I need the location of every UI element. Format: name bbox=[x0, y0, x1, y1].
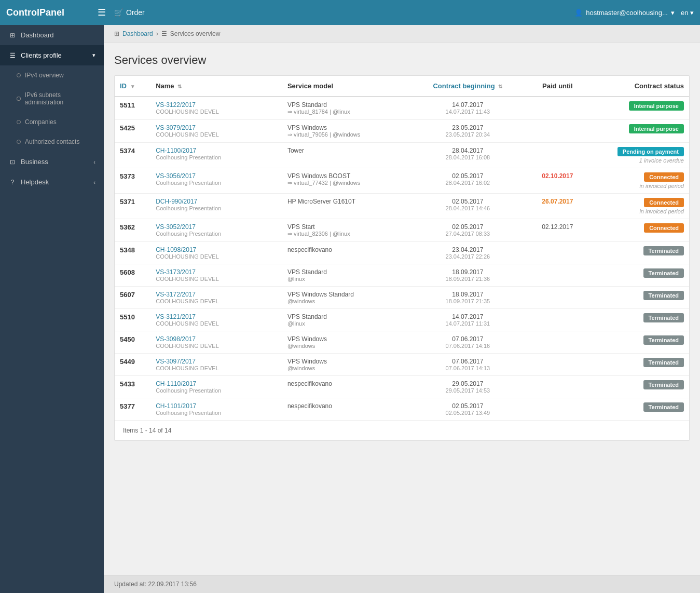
cell-name: VS-3173/2017COOLHOUSING DEVEL bbox=[150, 264, 282, 287]
table-row: 5511VS-3122/2017COOLHOUSING DEVELVPS Sta… bbox=[115, 97, 689, 120]
contract-datetime: 18.09.2017 21:35 bbox=[419, 298, 517, 304]
cell-contract-status: Terminated bbox=[594, 242, 690, 264]
table-row: 5433CH-1110/2017Coolhousing Presentation… bbox=[115, 376, 689, 398]
cell-service: VPS Windows@windows bbox=[282, 354, 414, 376]
service-name-sub: COOLHOUSING DEVEL bbox=[156, 298, 277, 304]
service-name-sub: COOLHOUSING DEVEL bbox=[156, 320, 277, 327]
breadcrumb-icon: ☰ bbox=[161, 30, 167, 37]
cell-contract-beginning: 07.06.201707.06.2017 14:16 bbox=[414, 331, 522, 354]
order-link[interactable]: 🛒 Order bbox=[114, 8, 145, 17]
cell-contract-beginning: 28.04.201728.04.2017 16:08 bbox=[414, 143, 522, 168]
contract-datetime: 27.04.2017 08:33 bbox=[419, 231, 517, 237]
sidebar-item-label: Clients profile bbox=[21, 51, 62, 59]
paid-until-value: 02.10.2017 bbox=[542, 172, 573, 180]
status-badge: Connected bbox=[644, 198, 684, 207]
col-id[interactable]: ID ▼ bbox=[115, 76, 150, 97]
sidebar-item-business[interactable]: ⊡ Business ‹ bbox=[0, 152, 104, 172]
contract-date: 07.06.2017 bbox=[419, 358, 517, 365]
service-name-link[interactable]: CH-1110/2017 bbox=[156, 380, 196, 387]
contract-date: 02.05.2017 bbox=[419, 198, 517, 205]
cell-contract-status: Internal purpose bbox=[594, 120, 690, 143]
business-icon: ⊡ bbox=[8, 158, 17, 166]
sidebar-item-helpdesk[interactable]: ? Helpdesk ‹ bbox=[0, 172, 104, 192]
cell-service: VPS Start⇒ virtual_82306 | @linux bbox=[282, 219, 414, 242]
service-name-link[interactable]: VS-3173/2017 bbox=[156, 268, 196, 276]
contract-datetime: 14.07.2017 11:43 bbox=[419, 109, 517, 115]
cell-name: CH-1110/2017Coolhousing Presentation bbox=[150, 376, 282, 398]
cell-id: 5377 bbox=[115, 398, 150, 421]
services-table-card: ID ▼ Name ⇅ Service model Contract begin… bbox=[114, 75, 690, 441]
sidebar-item-ipv6[interactable]: IPv6 subnets administration bbox=[0, 85, 104, 112]
breadcrumb-dashboard-link[interactable]: Dashboard bbox=[122, 30, 153, 37]
lang-selector[interactable]: en ▾ bbox=[681, 9, 694, 17]
status-badge: Connected bbox=[644, 172, 684, 182]
service-name-sub: Coolhousing Presentation bbox=[156, 154, 277, 160]
sidebar: ⊞ Dashboard ☰ Clients profile ▾ IPv4 ove… bbox=[0, 25, 104, 593]
table-row: 5373VS-3056/2017Coolhousing Presentation… bbox=[115, 168, 689, 194]
breadcrumb-separator: › bbox=[156, 30, 158, 37]
service-name-link[interactable]: VS-3122/2017 bbox=[156, 101, 196, 109]
status-badge: Terminated bbox=[643, 246, 684, 255]
status-badge: Terminated bbox=[643, 268, 684, 278]
sidebar-item-authorized-contacts[interactable]: Authorized contacts bbox=[0, 132, 104, 152]
service-model-name: VPS Windows bbox=[287, 335, 409, 343]
status-badge: Terminated bbox=[643, 380, 684, 389]
contract-sort-icon: ⇅ bbox=[498, 84, 502, 89]
service-model-name: nespecifikovano bbox=[287, 246, 409, 253]
sidebar-item-ipv4[interactable]: IPv4 overview bbox=[0, 65, 104, 85]
service-name-sub: COOLHOUSING DEVEL bbox=[156, 276, 277, 282]
col-contract-beginning[interactable]: Contract beginning ⇅ bbox=[414, 76, 522, 97]
service-name-sub: COOLHOUSING DEVEL bbox=[156, 365, 277, 371]
service-model-sub: @windows bbox=[287, 343, 409, 349]
user-menu[interactable]: 👤 hostmaster@coolhousing... ▾ bbox=[574, 9, 675, 17]
user-dropdown-icon: ▾ bbox=[671, 9, 675, 17]
cell-name: VS-3172/2017COOLHOUSING DEVEL bbox=[150, 287, 282, 309]
service-model-name: VPS Start bbox=[287, 223, 409, 231]
status-note: in invoiced period bbox=[599, 183, 684, 189]
cell-paid-until bbox=[521, 331, 593, 354]
table-row: 5362VS-3052/2017Coolhousing Presentation… bbox=[115, 219, 689, 242]
cell-paid-until bbox=[521, 264, 593, 287]
service-name-link[interactable]: VS-3079/2017 bbox=[156, 124, 196, 131]
cell-paid-until bbox=[521, 97, 593, 120]
service-model-sub: @windows bbox=[287, 298, 409, 304]
contract-datetime: 14.07.2017 11:31 bbox=[419, 320, 517, 327]
sidebar-item-label: IPv6 subnets administration bbox=[25, 91, 95, 106]
service-name-link[interactable]: CH-1100/2017 bbox=[156, 147, 196, 154]
sidebar-item-companies[interactable]: Companies bbox=[0, 112, 104, 132]
service-name-link[interactable]: DCH-990/2017 bbox=[156, 198, 197, 205]
table-row: 5425VS-3079/2017COOLHOUSING DEVELVPS Win… bbox=[115, 120, 689, 143]
updated-at-text: Updated at: 22.09.2017 13:56 bbox=[114, 581, 197, 588]
service-name-link[interactable]: VS-3052/2017 bbox=[156, 223, 196, 231]
table-row: 5449VS-3097/2017COOLHOUSING DEVELVPS Win… bbox=[115, 354, 689, 376]
cell-name: CH-1100/2017Coolhousing Presentation bbox=[150, 143, 282, 168]
service-name-link[interactable]: VS-3098/2017 bbox=[156, 335, 196, 343]
service-name-link[interactable]: VS-3121/2017 bbox=[156, 313, 196, 320]
table-row: 5371DCH-990/2017Coolhousing Presentation… bbox=[115, 194, 689, 219]
table-header-row: ID ▼ Name ⇅ Service model Contract begin… bbox=[115, 76, 689, 97]
menu-icon[interactable]: ☰ bbox=[98, 7, 106, 18]
service-name-link[interactable]: VS-3172/2017 bbox=[156, 291, 196, 298]
cell-name: VS-3121/2017COOLHOUSING DEVEL bbox=[150, 309, 282, 331]
service-name-link[interactable]: VS-3097/2017 bbox=[156, 358, 196, 365]
sidebar-item-dashboard[interactable]: ⊞ Dashboard bbox=[0, 25, 104, 45]
cell-name: VS-3097/2017COOLHOUSING DEVEL bbox=[150, 354, 282, 376]
business-arrow-icon: ‹ bbox=[93, 159, 95, 165]
cell-contract-status: Internal purpose bbox=[594, 97, 690, 120]
service-model-name: VPS Windows bbox=[287, 358, 409, 365]
layout: ⊞ Dashboard ☰ Clients profile ▾ IPv4 ove… bbox=[0, 25, 700, 593]
service-name-link[interactable]: CH-1101/2017 bbox=[156, 402, 196, 410]
sidebar-item-clients-profile[interactable]: ☰ Clients profile ▾ bbox=[0, 45, 104, 65]
service-name-link[interactable]: CH-1098/2017 bbox=[156, 246, 196, 253]
service-name-link[interactable]: VS-3056/2017 bbox=[156, 172, 196, 180]
cell-contract-status: Terminated bbox=[594, 398, 690, 421]
contract-date: 02.05.2017 bbox=[419, 402, 517, 410]
cell-service: VPS Windows⇒ virtual_79056 | @windows bbox=[282, 120, 414, 143]
contract-date: 14.07.2017 bbox=[419, 101, 517, 109]
contract-datetime: 28.04.2017 16:02 bbox=[419, 180, 517, 186]
cell-contract-beginning: 18.09.201718.09.2017 21:36 bbox=[414, 264, 522, 287]
col-name[interactable]: Name ⇅ bbox=[150, 76, 282, 97]
contract-date: 28.04.2017 bbox=[419, 147, 517, 154]
service-model-name: Tower bbox=[287, 147, 409, 154]
service-name-sub: COOLHOUSING DEVEL bbox=[156, 131, 277, 138]
